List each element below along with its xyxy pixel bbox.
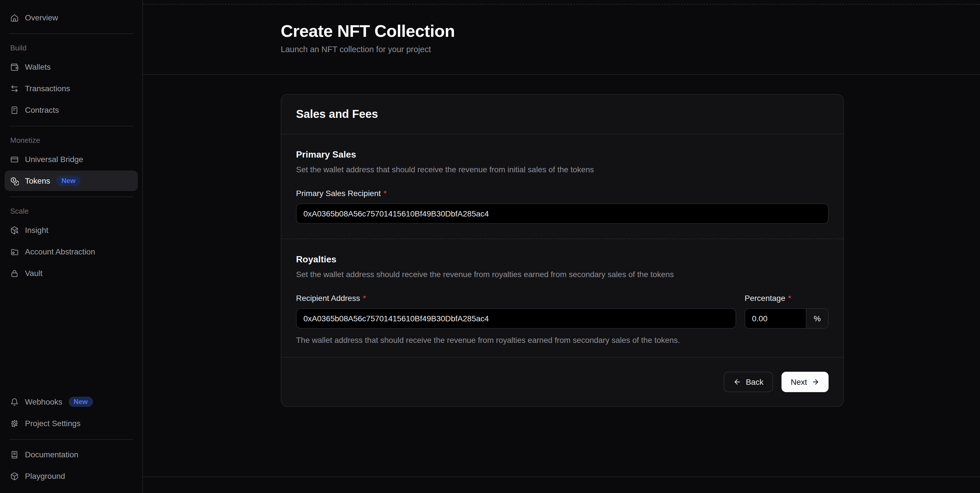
sidebar-item-label: Playground [25, 471, 65, 480]
royalties-fields-row: Recipient Address* Percentage* % [296, 292, 829, 329]
divider [9, 197, 133, 197]
primary-sales-recipient-label: Primary Sales Recipient* [296, 187, 829, 199]
book-icon [10, 450, 19, 459]
sidebar-item-tokens[interactable]: Tokens New [5, 171, 138, 191]
percent-suffix: % [806, 309, 828, 328]
percentage-input-group: % [745, 308, 829, 329]
divider [9, 126, 133, 126]
smart-wallet-icon [10, 247, 19, 256]
page-subtitle: Launch an NFT collection for your projec… [281, 45, 431, 54]
sales-and-fees-card: Sales and Fees Primary Sales Set the wal… [281, 94, 844, 407]
royalties-heading: Royalties [296, 254, 829, 265]
sidebar-item-transactions[interactable]: Transactions [5, 78, 138, 98]
lock-icon [10, 269, 19, 277]
card-footer: Back Next [281, 358, 843, 406]
royalties-section: Royalties Set the wallet address should … [281, 239, 843, 358]
sidebar-item-account-abstraction[interactable]: Account Abstraction [5, 241, 138, 262]
sidebar-section-monetize: Monetize [5, 136, 138, 144]
new-badge: New [68, 397, 93, 407]
recipient-helper-text: The wallet address that should receive t… [296, 334, 829, 346]
credit-card-icon [10, 155, 19, 163]
sidebar-item-wallets[interactable]: Wallets [5, 57, 138, 77]
sidebar-item-label: Wallets [25, 62, 51, 71]
cube-icon [10, 472, 19, 480]
bell-icon [10, 398, 19, 406]
gear-icon [10, 419, 19, 428]
sidebar-item-label: Contracts [25, 105, 59, 114]
sidebar-item-label: Documentation [25, 450, 78, 459]
next-button[interactable]: Next [781, 372, 829, 392]
sidebar-item-label: Overview [25, 13, 58, 22]
arrow-left-icon [733, 378, 741, 386]
bottom-divider [143, 477, 980, 477]
percentage-input[interactable] [745, 309, 806, 328]
sidebar-item-insight[interactable]: Insight [5, 220, 138, 240]
primary-sales-description: Set the wallet address that should recei… [296, 164, 829, 175]
coins-icon [10, 176, 19, 185]
divider [9, 33, 133, 34]
sidebar-item-label: Insight [25, 225, 48, 235]
royalties-description: Set the wallet address should receive th… [296, 269, 829, 280]
primary-sales-heading: Primary Sales [296, 149, 829, 160]
app-root: Overview Build Wallets Transactions Cont… [0, 0, 980, 493]
divider [9, 439, 133, 440]
percentage-label: Percentage* [745, 292, 829, 304]
required-asterisk: * [383, 189, 387, 198]
card-title: Sales and Fees [281, 95, 843, 134]
recipient-address-field: Recipient Address* [296, 292, 736, 329]
top-dashed-divider [143, 4, 980, 5]
sidebar: Overview Build Wallets Transactions Cont… [0, 0, 143, 493]
main-content: Create NFT Collection Launch an NFT coll… [143, 0, 980, 493]
sidebar-item-universal-bridge[interactable]: Universal Bridge [5, 149, 138, 170]
sidebar-section-scale: Scale [5, 207, 138, 216]
sidebar-item-label: Webhooks [25, 397, 62, 406]
recipient-address-label: Recipient Address* [296, 292, 736, 304]
sidebar-item-label: Project Settings [25, 419, 81, 428]
recipient-address-input[interactable] [296, 308, 736, 329]
sidebar-item-vault[interactable]: Vault [5, 263, 138, 283]
sidebar-spacer [5, 284, 138, 392]
sidebar-item-label: Vault [25, 269, 43, 277]
sidebar-item-contracts[interactable]: Contracts [5, 100, 138, 120]
sidebar-item-label: Account Abstraction [25, 247, 95, 256]
back-button[interactable]: Back [724, 372, 773, 392]
sidebar-item-playground[interactable]: Playground [5, 466, 138, 486]
sidebar-item-label: Universal Bridge [25, 155, 83, 164]
sidebar-section-build: Build [5, 44, 138, 52]
home-icon [10, 13, 19, 22]
wallet-icon [10, 63, 19, 71]
sidebar-item-project-settings[interactable]: Project Settings [5, 413, 138, 433]
document-icon [10, 106, 19, 114]
package-search-icon [10, 226, 19, 234]
new-badge: New [56, 176, 81, 186]
required-asterisk: * [788, 293, 791, 303]
arrow-right-icon [811, 378, 819, 386]
percentage-field: Percentage* % [745, 292, 829, 329]
sidebar-item-overview[interactable]: Overview [5, 7, 138, 28]
arrows-left-right-icon [10, 84, 19, 93]
sidebar-item-label: Transactions [25, 84, 70, 93]
page-title: Create NFT Collection [281, 21, 455, 41]
sidebar-item-webhooks[interactable]: Webhooks New [5, 392, 138, 412]
sidebar-item-documentation[interactable]: Documentation [5, 444, 138, 464]
header-divider [143, 74, 980, 75]
required-asterisk: * [363, 293, 366, 303]
primary-sales-section: Primary Sales Set the wallet address tha… [281, 134, 843, 239]
sidebar-item-label: Tokens [25, 176, 50, 185]
primary-sales-recipient-input[interactable] [296, 203, 829, 224]
